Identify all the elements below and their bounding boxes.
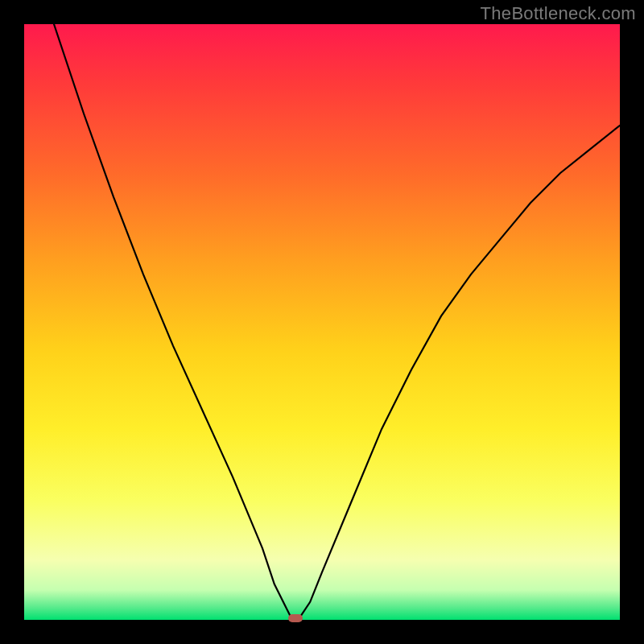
optimal-point-marker — [288, 614, 303, 622]
bottleneck-curve — [24, 24, 620, 620]
chart-frame: TheBottleneck.com — [0, 0, 644, 644]
watermark-text: TheBottleneck.com — [481, 3, 636, 24]
plot-area — [24, 24, 620, 620]
